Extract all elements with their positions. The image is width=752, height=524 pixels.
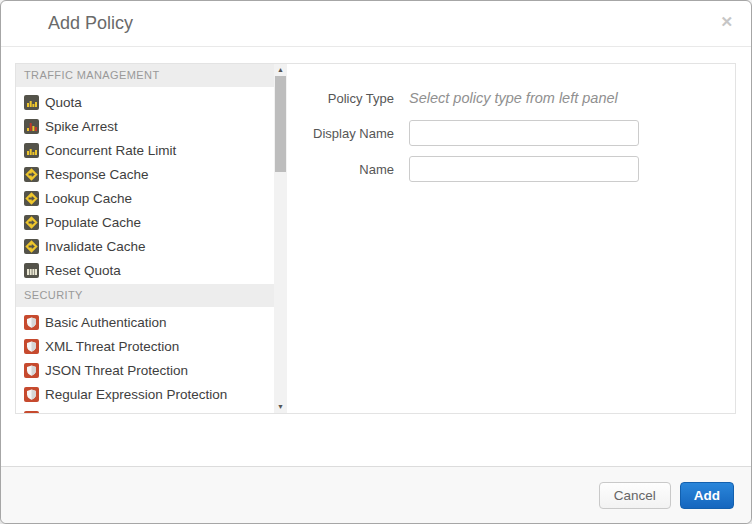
policy-item-label: Basic Authentication: [45, 315, 167, 330]
policy-item-regular-expression-protection[interactable]: Regular Expression Protection: [16, 382, 274, 406]
policy-item-label: Spike Arrest: [45, 119, 118, 134]
display-name-label: Display Name: [287, 126, 394, 141]
add-button[interactable]: Add: [680, 482, 734, 509]
policy-item-label: Populate Cache: [45, 215, 141, 230]
dialog-titlebar: Add Policy ✕: [1, 1, 751, 47]
policy-item-oauth-v2-0[interactable]: OAuth v2.0: [16, 406, 274, 413]
policy-item-reset-quota[interactable]: Reset Quota: [16, 258, 274, 282]
policy-list-panel: TRAFFIC MANAGEMENTQuotaSpike ArrestConcu…: [16, 64, 287, 413]
policy-item-label: Regular Expression Protection: [45, 387, 227, 402]
scrollbar-thumb[interactable]: [275, 76, 286, 172]
policy-item-label: OAuth v2.0: [45, 411, 113, 414]
policy-item-invalidate-cache[interactable]: Invalidate Cache: [16, 234, 274, 258]
scrollbar[interactable]: ▲ ▼: [274, 64, 287, 413]
policy-type-label: Policy Type: [287, 91, 394, 106]
section-header: SECURITY: [16, 284, 274, 307]
dialog-footer: Cancel Add: [1, 466, 751, 523]
quota-bars-icon: [24, 95, 39, 110]
quota-bars-icon: [24, 143, 39, 158]
cache-diamond-icon: [24, 191, 39, 206]
policy-form: Policy Type Select policy type from left…: [287, 64, 735, 413]
shield-icon: [24, 363, 39, 378]
name-label: Name: [287, 162, 394, 177]
policy-item-lookup-cache[interactable]: Lookup Cache: [16, 186, 274, 210]
section-header: TRAFFIC MANAGEMENT: [16, 64, 274, 87]
spike-bars-icon: [24, 119, 39, 134]
policy-item-spike-arrest[interactable]: Spike Arrest: [16, 114, 274, 138]
shield-icon: [24, 315, 39, 330]
oauth-icon: [24, 411, 39, 414]
policy-item-response-cache[interactable]: Response Cache: [16, 162, 274, 186]
shield-icon: [24, 339, 39, 354]
policy-item-label: Concurrent Rate Limit: [45, 143, 176, 158]
cache-diamond-icon: [24, 167, 39, 182]
policy-item-label: Lookup Cache: [45, 191, 132, 206]
scrollbar-down-icon[interactable]: ▼: [274, 401, 287, 413]
policy-item-label: XML Threat Protection: [45, 339, 179, 354]
policy-item-concurrent-rate-limit[interactable]: Concurrent Rate Limit: [16, 138, 274, 162]
dialog-content: TRAFFIC MANAGEMENTQuotaSpike ArrestConcu…: [15, 63, 736, 414]
scrollbar-up-icon[interactable]: ▲: [274, 64, 287, 76]
policy-item-json-threat-protection[interactable]: JSON Threat Protection: [16, 358, 274, 382]
policy-item-label: Response Cache: [45, 167, 149, 182]
policy-item-label: Reset Quota: [45, 263, 121, 278]
shield-icon: [24, 387, 39, 402]
close-icon[interactable]: ✕: [720, 13, 733, 31]
policy-item-label: Quota: [45, 95, 82, 110]
policy-item-label: Invalidate Cache: [45, 239, 146, 254]
cancel-button[interactable]: Cancel: [599, 482, 671, 509]
name-field[interactable]: [409, 156, 639, 182]
reset-bars-icon: [24, 263, 39, 278]
policy-item-quota[interactable]: Quota: [16, 90, 274, 114]
policy-item-label: JSON Threat Protection: [45, 363, 188, 378]
cache-diamond-icon: [24, 239, 39, 254]
policy-item-basic-authentication[interactable]: Basic Authentication: [16, 310, 274, 334]
policy-type-hint: Select policy type from left panel: [409, 90, 618, 106]
policy-item-populate-cache[interactable]: Populate Cache: [16, 210, 274, 234]
dialog-title: Add Policy: [48, 13, 133, 34]
policy-list: TRAFFIC MANAGEMENTQuotaSpike ArrestConcu…: [16, 64, 274, 413]
policy-item-xml-threat-protection[interactable]: XML Threat Protection: [16, 334, 274, 358]
cache-diamond-icon: [24, 215, 39, 230]
display-name-field[interactable]: [409, 120, 639, 146]
add-policy-dialog: Add Policy ✕ TRAFFIC MANAGEMENTQuotaSpik…: [0, 0, 752, 524]
